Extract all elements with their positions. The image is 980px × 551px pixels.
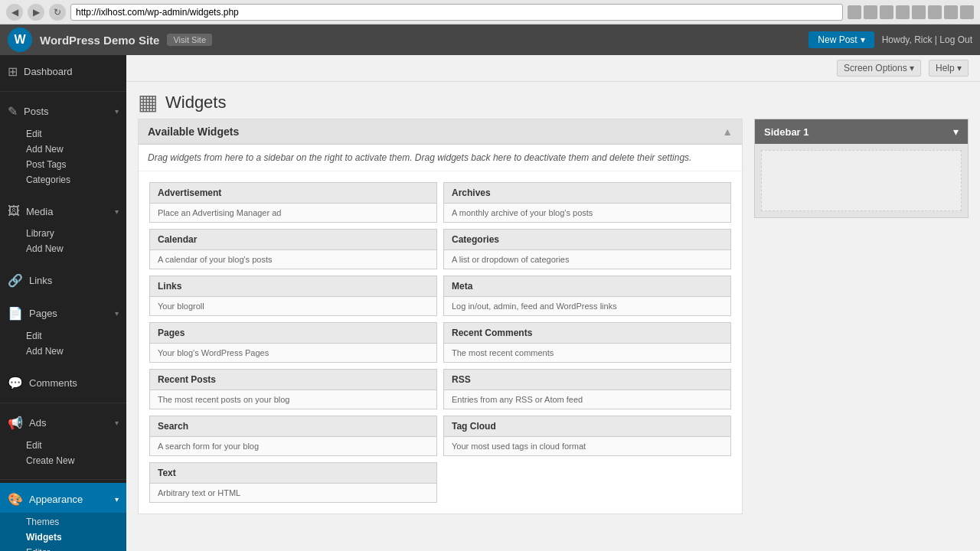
sidebar-section-pages: 📄 Pages ▾ Edit Add New (0, 297, 126, 367)
widget-title: Recent Comments (444, 323, 730, 344)
sidebar-label-dashboard: Dashboard (24, 66, 73, 77)
media-library-link[interactable]: Library (21, 226, 126, 241)
widget-item[interactable]: PagesYour blog's WordPress Pages (149, 322, 437, 363)
widget-title: Pages (150, 323, 436, 344)
sidebar-widget-area: Sidebar 1 ▾ (754, 119, 969, 218)
widgets-container: Available Widgets ▲ Drag widgets from he… (126, 119, 980, 526)
main-content: Screen Options ▾ Help ▾ ▦ Widgets Availa… (126, 55, 980, 551)
sidebar-label-appearance: Appearance (29, 494, 83, 505)
posts-edit-link[interactable]: Edit (21, 126, 126, 142)
sidebar-section-appearance: 🎨 Appearance ▾ Themes Widgets Editor Add… (0, 483, 126, 551)
pages-arrow-icon: ▾ (115, 309, 119, 318)
ads-edit-link[interactable]: Edit (21, 438, 126, 453)
available-widgets-collapse[interactable]: ▲ (722, 126, 733, 138)
url-bar[interactable] (70, 4, 843, 21)
sidebar-item-links[interactable]: 🔗 Links (0, 267, 126, 294)
widgets-page-icon: ▦ (138, 90, 158, 115)
pages-submenu: Edit Add New (0, 327, 126, 364)
screen-options-button[interactable]: Screen Options ▾ (837, 60, 921, 77)
widget-item[interactable]: Tag CloudYour most used tags in cloud fo… (443, 416, 731, 456)
posts-icon: ✎ (8, 104, 18, 119)
appearance-widgets-link[interactable]: Widgets (21, 530, 126, 545)
new-post-button[interactable]: New Post ▾ (808, 31, 874, 48)
admin-bar-right: New Post ▾ Howdy, Rick | Log Out (808, 31, 972, 48)
media-add-new-link[interactable]: Add New (21, 241, 126, 256)
sidebar-item-appearance[interactable]: 🎨 Appearance ▾ (0, 486, 126, 513)
widget-desc: The most recent posts on your blog (150, 390, 436, 409)
sidebar-section-comments: 💬 Comments (0, 367, 126, 399)
widget-item[interactable]: SearchA search form for your blog (149, 416, 437, 456)
posts-submenu: Edit Add New Post Tags Categories (0, 125, 126, 192)
widget-desc: A calendar of your blog's posts (150, 250, 436, 269)
posts-post-tags-link[interactable]: Post Tags (21, 157, 126, 172)
widget-desc: Log in/out, admin, feed and WordPress li… (444, 297, 730, 315)
ads-arrow-icon: ▾ (115, 419, 119, 427)
widget-item[interactable]: LinksYour blogroll (149, 276, 437, 316)
pages-edit-link[interactable]: Edit (21, 328, 126, 344)
browser-icon-5 (912, 5, 926, 19)
available-widgets-header: Available Widgets ▲ (139, 119, 742, 145)
widget-item[interactable]: TextArbitrary text or HTML (149, 462, 437, 503)
sidebar-item-media[interactable]: 🖼 Media ▾ (0, 198, 126, 224)
widget-item[interactable]: CalendarA calendar of your blog's posts (149, 229, 437, 269)
sidebar-panel: Sidebar 1 ▾ (754, 119, 969, 514)
media-submenu: Library Add New (0, 224, 126, 261)
widget-item[interactable]: Recent PostsThe most recent posts on you… (149, 369, 437, 409)
appearance-themes-link[interactable]: Themes (21, 514, 126, 530)
browser-icon-3 (880, 5, 893, 19)
forward-button[interactable]: ▶ (28, 4, 44, 21)
ads-icon: 📢 (8, 416, 23, 430)
ads-submenu: Edit Create New (0, 436, 126, 473)
widget-desc: Arbitrary text or HTML (150, 484, 436, 502)
back-button[interactable]: ◀ (6, 4, 23, 21)
pages-add-new-link[interactable]: Add New (21, 344, 126, 359)
comments-icon: 💬 (8, 376, 23, 390)
sidebar-panel-collapse[interactable]: ▾ (953, 126, 959, 138)
widget-title: Categories (444, 230, 730, 250)
sidebar-item-dashboard[interactable]: ⊞ Dashboard (0, 58, 126, 85)
visit-site-button[interactable]: Visit Site (167, 34, 212, 46)
refresh-button[interactable]: ↻ (49, 4, 66, 21)
widget-title: Search (150, 416, 436, 437)
posts-categories-link[interactable]: Categories (21, 172, 126, 187)
widget-desc: A monthly archive of your blog's posts (444, 204, 730, 222)
posts-add-new-link[interactable]: Add New (21, 142, 126, 157)
widget-item[interactable]: RSSEntries from any RSS or Atom feed (443, 369, 731, 409)
widget-item[interactable]: MetaLog in/out, admin, feed and WordPres… (443, 276, 731, 316)
browser-bar: ◀ ▶ ↻ (0, 0, 980, 24)
sidebar-section-links: 🔗 Links (0, 264, 126, 297)
sidebar-section-dashboard: ⊞ Dashboard (0, 55, 126, 88)
user-link[interactable]: Rick (914, 34, 932, 45)
sidebar-item-ads[interactable]: 📢 Ads ▾ (0, 409, 126, 436)
logout-link[interactable]: Log Out (939, 34, 972, 45)
dashboard-icon: ⊞ (8, 64, 18, 79)
widget-desc: A search form for your blog (150, 437, 436, 455)
posts-arrow-icon: ▾ (115, 107, 119, 116)
sidebar-item-pages[interactable]: 📄 Pages ▾ (0, 300, 126, 327)
widget-item[interactable]: Recent CommentsThe most recent comments (443, 322, 731, 363)
sidebar-section-posts: ✎ Posts ▾ Edit Add New Post Tags Categor… (0, 95, 126, 195)
appearance-icon: 🎨 (8, 492, 23, 507)
wp-logo[interactable]: W (8, 28, 32, 52)
divider-1 (0, 91, 126, 92)
browser-icon-1 (848, 5, 861, 19)
divider-2 (0, 403, 126, 403)
page-title: Widgets (165, 93, 226, 112)
widget-title: Tag Cloud (444, 416, 730, 437)
help-button[interactable]: Help ▾ (929, 60, 969, 77)
widget-item[interactable]: AdvertisementPlace an Advertising Manage… (149, 182, 437, 223)
sidebar-label-comments: Comments (29, 377, 77, 389)
widget-title: RSS (444, 370, 730, 390)
sidebar-widget-header: Sidebar 1 ▾ (755, 119, 968, 144)
sidebar-item-posts[interactable]: ✎ Posts ▾ (0, 98, 126, 125)
sidebar-label-media: Media (26, 206, 53, 217)
howdy-text: Howdy, Rick | Log Out (882, 34, 972, 45)
new-post-label: New Post (818, 34, 857, 45)
sidebar-item-comments[interactable]: 💬 Comments (0, 370, 126, 396)
ads-create-new-link[interactable]: Create New (21, 453, 126, 468)
appearance-editor-link[interactable]: Editor (21, 545, 126, 551)
widget-desc: A list or dropdown of categories (444, 250, 730, 269)
widget-item[interactable]: ArchivesA monthly archive of your blog's… (443, 182, 731, 223)
widget-item[interactable]: CategoriesA list or dropdown of categori… (443, 229, 731, 269)
sidebar-widget-drop-zone[interactable] (761, 150, 962, 211)
